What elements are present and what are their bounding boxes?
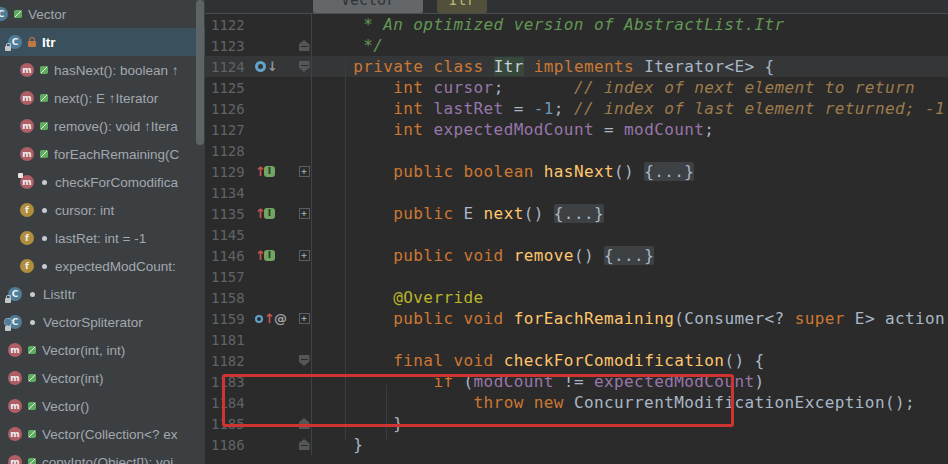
sidebar-scrollbar-thumb[interactable] <box>196 0 204 145</box>
token-fold: {...} <box>644 162 694 181</box>
token-kw: void <box>464 246 504 265</box>
code-text[interactable]: } <box>312 434 363 455</box>
editor-line[interactable]: 1184 throw new ConcurrentModificationExc… <box>205 392 948 413</box>
breadcrumb-vector[interactable]: Vector <box>313 0 423 13</box>
code-text[interactable]: int lastRet = -1; // index of last eleme… <box>312 98 948 119</box>
structure-item[interactable]: mhasNext(): boolean ↑ <box>0 56 205 84</box>
structure-item[interactable]: fexpectedModCount: <box>0 252 205 280</box>
structure-item[interactable]: CVector <box>0 0 205 28</box>
code-text[interactable]: @Override <box>312 287 484 308</box>
editor-line[interactable]: 1126 int lastRet = -1; // index of last … <box>205 98 948 119</box>
fold-start-icon[interactable] <box>299 61 310 72</box>
structure-item[interactable]: mnext(): E ↑Iterator <box>0 84 205 112</box>
structure-item[interactable]: mcheckForComodifica <box>0 168 205 196</box>
editor-line[interactable]: 1182 final void checkForComodification()… <box>205 350 948 371</box>
structure-item[interactable]: CItr <box>0 28 205 56</box>
editor-line[interactable]: 1122 * An optimized version of AbstractL… <box>205 14 948 35</box>
editor-line[interactable]: 1125 int cursor; // index of next elemen… <box>205 77 948 98</box>
breadcrumb-itr[interactable]: Itr <box>437 0 487 13</box>
structure-item-label: Vector <box>28 7 66 22</box>
structure-item[interactable]: mremove(): void ↑Itera <box>0 112 205 140</box>
code-text[interactable]: private class Itr implements Iterator<E>… <box>312 56 775 77</box>
line-number: 1129 <box>205 164 255 180</box>
fold-expand-icon[interactable]: + <box>299 250 310 261</box>
structure-item-label: VectorSpliterator <box>43 315 143 330</box>
editor-line[interactable]: 1124↓ private class Itr implements Itera… <box>205 56 948 77</box>
token-txt <box>504 246 514 265</box>
code-text[interactable]: int expectedModCount = modCount; <box>312 119 714 140</box>
token-txt <box>423 57 433 76</box>
code-text[interactable]: final void checkForComodification() { <box>312 350 765 371</box>
structure-item[interactable]: mVector() <box>0 392 205 420</box>
up-arrow-icon: ↑ <box>255 164 266 179</box>
fold-end-icon[interactable] <box>299 439 310 450</box>
editor-line[interactable]: 1135↑I+ public E next() {...} <box>205 203 948 224</box>
editor-line[interactable]: 1127 int expectedModCount = modCount; <box>205 119 948 140</box>
structure-item[interactable]: flastRet: int = -1 <box>0 224 205 252</box>
code-text[interactable]: public void remove() {...} <box>312 245 654 266</box>
annotation-at-icon: @ <box>274 311 287 326</box>
fold-column <box>297 77 312 98</box>
token-doc: */ <box>313 36 383 55</box>
editor-line[interactable]: 1129↑I+ public boolean hasNext() {...} <box>205 161 948 182</box>
line-number: 1128 <box>205 143 255 159</box>
structure-item-label: lastRet: int = -1 <box>55 231 146 246</box>
code-text[interactable]: public boolean hasNext() {...} <box>312 161 694 182</box>
structure-item[interactable]: mVector(int) <box>0 364 205 392</box>
fold-end-icon[interactable] <box>299 40 310 51</box>
editor-line[interactable]: 1186 } <box>205 434 948 455</box>
editor-line[interactable]: 1123 */ <box>205 35 948 56</box>
overridden-marker-icon[interactable] <box>255 61 266 72</box>
final-lock-icon <box>5 326 11 331</box>
editor-line[interactable]: 1181 <box>205 329 948 350</box>
token-txt <box>423 78 433 97</box>
editor-line[interactable]: 1145 <box>205 224 948 245</box>
code-text[interactable]: public void forEachRemaining(Consumer<? … <box>312 308 948 329</box>
package-visibility-icon <box>42 180 47 185</box>
indent-guide <box>386 385 387 440</box>
code-text[interactable]: * An optimized version of AbstractList.I… <box>312 14 785 35</box>
token-kw: void <box>464 309 504 328</box>
token-kw: public <box>393 246 453 265</box>
code-text[interactable]: } <box>312 413 403 434</box>
editor-line[interactable]: 1158 @Override <box>205 287 948 308</box>
structure-item-label: cursor: int <box>55 203 114 218</box>
structure-item[interactable]: mcopyInto(Object[]): voi <box>0 448 205 464</box>
code-text[interactable]: throw new ConcurrentModificationExceptio… <box>312 392 915 413</box>
line-number: 1186 <box>205 437 255 453</box>
fold-column: + <box>297 161 312 182</box>
structure-item[interactable]: CVectorSpliterator <box>0 308 205 336</box>
package-visibility-icon <box>30 292 35 297</box>
structure-item[interactable]: mVector(Collection<? ex <box>0 420 205 448</box>
editor-line[interactable]: 1157 <box>205 266 948 287</box>
structure-item[interactable]: CListItr <box>0 280 205 308</box>
fold-expand-icon[interactable]: + <box>299 208 310 219</box>
structure-item[interactable]: mforEachRemaining(C <box>0 140 205 168</box>
structure-item[interactable]: mVector(int, int) <box>0 336 205 364</box>
fold-expand-icon[interactable]: + <box>299 166 310 177</box>
structure-item-label: Vector() <box>42 399 89 414</box>
structure-item[interactable]: fcursor: int <box>0 196 205 224</box>
token-hl: Itr <box>494 57 524 76</box>
editor-line[interactable]: 1183 if (modCount != expectedModCount) <box>205 371 948 392</box>
code-editor[interactable]: Vector Itr 1122 * An optimized version o… <box>205 0 948 464</box>
editor-line[interactable]: 1128 <box>205 140 948 161</box>
code-text[interactable]: if (modCount != expectedModCount) <box>312 371 765 392</box>
gutter-icons: ↑I <box>255 248 297 263</box>
code-text[interactable]: int cursor; // index of next element to … <box>312 77 915 98</box>
overrides-marker-icon[interactable] <box>255 315 263 323</box>
code-text[interactable]: */ <box>312 35 383 56</box>
editor-line[interactable]: 1159↑@+ public void forEachRemaining(Con… <box>205 308 948 329</box>
fold-end-icon[interactable] <box>299 418 310 429</box>
fold-start-icon[interactable] <box>299 355 310 366</box>
code-text[interactable]: public E next() {...} <box>312 203 604 224</box>
editor-line[interactable]: 1146↑I+ public void remove() {...} <box>205 245 948 266</box>
fold-expand-icon[interactable]: + <box>299 313 310 324</box>
method-icon: m <box>20 147 34 161</box>
fold-column <box>297 266 312 287</box>
editor-line[interactable]: 1185 } <box>205 413 948 434</box>
token-kw: super <box>795 309 845 328</box>
editor-line[interactable]: 1134 <box>205 182 948 203</box>
token-kw: new <box>534 393 564 412</box>
token-kw: void <box>453 351 493 370</box>
